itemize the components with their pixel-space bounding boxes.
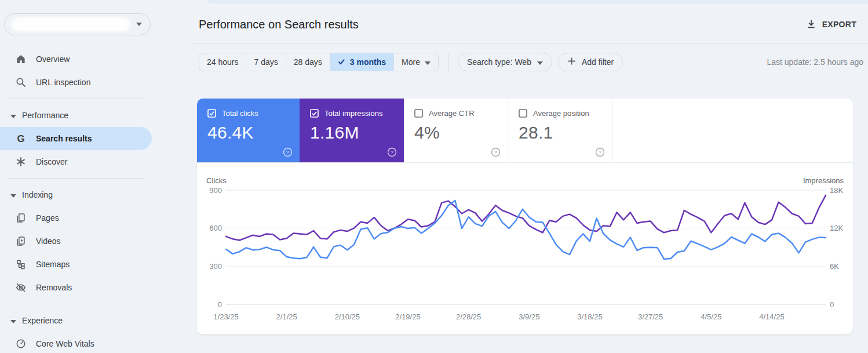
sidebar-item-videos[interactable]: Videos bbox=[0, 230, 152, 253]
chevron-down-icon bbox=[136, 23, 142, 26]
metric-label: Average CTR bbox=[429, 109, 475, 118]
sidebar: OverviewURL inspectionPerformanceGSearch… bbox=[0, 0, 191, 353]
right-axis-tick: 6K bbox=[830, 262, 839, 271]
metric-value: 1.16M bbox=[310, 123, 404, 143]
metric-card-total-clicks[interactable]: Total clicks46.4K? bbox=[197, 99, 300, 162]
help-icon[interactable]: ? bbox=[283, 147, 293, 157]
sidebar-section-experience[interactable]: Experience bbox=[0, 309, 191, 332]
metrics-row-filler bbox=[612, 99, 853, 162]
x-axis-tick: 4/5/25 bbox=[701, 312, 721, 321]
sidebar-item-discover[interactable]: Discover bbox=[0, 150, 152, 173]
metrics-row: Total clicks46.4K?Total impressions1.16M… bbox=[197, 99, 853, 163]
sidebar-item-overview[interactable]: Overview bbox=[0, 48, 152, 71]
metric-value: 46.4K bbox=[207, 123, 300, 143]
date-range-28-days[interactable]: 28 days bbox=[286, 53, 330, 71]
metric-label: Average position bbox=[533, 109, 589, 118]
svg-text:?: ? bbox=[391, 149, 393, 155]
right-axis-tick: 0 bbox=[830, 300, 834, 309]
date-range-more[interactable]: More bbox=[393, 53, 438, 71]
performance-chart: ClicksImpressions003006K60012K90018K1/23… bbox=[197, 163, 853, 334]
checkbox-unchecked-icon[interactable] bbox=[519, 109, 527, 118]
sidebar-item-url-inspection[interactable]: URL inspection bbox=[0, 71, 152, 94]
triangle-down-icon bbox=[10, 111, 16, 120]
metric-value: 28.1 bbox=[519, 123, 612, 143]
export-button[interactable]: EXPORT bbox=[806, 19, 856, 31]
sidebar-section-indexing[interactable]: Indexing bbox=[0, 183, 191, 206]
x-axis-tick: 2/1/25 bbox=[276, 312, 297, 321]
sidebar-section-label: Indexing bbox=[22, 190, 53, 199]
x-axis-tick: 2/19/25 bbox=[395, 312, 420, 321]
metric-label: Total impressions bbox=[324, 109, 382, 118]
metric-value: 4% bbox=[414, 123, 508, 143]
sidebar-section-label: Performance bbox=[22, 111, 68, 120]
property-selector[interactable] bbox=[4, 13, 151, 35]
metric-card-average-ctr[interactable]: Average CTR4%? bbox=[404, 99, 508, 162]
filter-group-divider bbox=[448, 53, 448, 71]
sidebar-divider bbox=[8, 178, 145, 179]
x-axis-tick: 2/28/25 bbox=[456, 312, 481, 321]
last-update: Last update: 2.5 hours ago bbox=[767, 57, 863, 67]
svg-text:G: G bbox=[17, 133, 24, 144]
checkbox-unchecked-icon[interactable] bbox=[414, 109, 423, 118]
main-content: Performance on Search results EXPORT 24 … bbox=[191, 0, 868, 353]
help-icon[interactable]: ? bbox=[387, 147, 397, 157]
asterisk-icon bbox=[15, 156, 27, 168]
page-title: Performance on Search results bbox=[199, 18, 359, 31]
search-type-label: Search type: Web bbox=[467, 57, 531, 67]
left-axis-tick: 600 bbox=[209, 224, 222, 232]
x-axis-tick: 2/10/25 bbox=[335, 312, 360, 321]
date-range-control: 24 hours7 days28 days3 monthsMore bbox=[199, 53, 439, 71]
video-icon bbox=[15, 235, 27, 247]
metric-card-average-position[interactable]: Average position28.1? bbox=[508, 99, 612, 162]
performance-card: Total clicks46.4K?Total impressions1.16M… bbox=[197, 99, 853, 334]
sidebar-item-label: Search results bbox=[36, 134, 92, 143]
chart-canvas: ClicksImpressions003006K60012K90018K1/23… bbox=[197, 163, 853, 334]
sidebar-section-label: Experience bbox=[22, 316, 63, 325]
property-name-redacted bbox=[12, 17, 130, 31]
sidebar-nav: OverviewURL inspectionPerformanceGSearch… bbox=[0, 48, 191, 353]
sitemap-icon bbox=[15, 259, 27, 270]
x-axis-tick: 3/9/25 bbox=[519, 312, 539, 321]
triangle-down-icon bbox=[10, 316, 16, 325]
scrolled-content-strip bbox=[207, 0, 868, 3]
sidebar-item-core-web-vitals[interactable]: Core Web Vitals bbox=[0, 332, 152, 353]
series-line-total-impressions bbox=[226, 195, 826, 241]
checkbox-checked-icon[interactable] bbox=[310, 109, 319, 118]
right-axis-tick: 12K bbox=[830, 224, 843, 232]
sidebar-item-label: Videos bbox=[36, 236, 61, 246]
date-range-3-months[interactable]: 3 months bbox=[330, 53, 393, 71]
filter-bar: 24 hours7 days28 days3 monthsMore Search… bbox=[199, 53, 863, 71]
eye-off-icon bbox=[15, 282, 27, 293]
sidebar-item-removals[interactable]: Removals bbox=[0, 276, 152, 299]
left-axis-title: Clicks bbox=[206, 176, 227, 185]
help-icon[interactable]: ? bbox=[595, 147, 605, 157]
search-icon bbox=[15, 77, 27, 88]
pages-icon bbox=[15, 212, 27, 224]
right-axis-title: Impressions bbox=[803, 176, 844, 185]
sidebar-item-search-results[interactable]: GSearch results bbox=[0, 127, 152, 150]
sidebar-section-performance[interactable]: Performance bbox=[0, 104, 191, 127]
search-type-filter[interactable]: Search type: Web bbox=[458, 53, 552, 71]
x-axis-tick: 4/14/25 bbox=[759, 312, 784, 321]
date-range-24-hours[interactable]: 24 hours bbox=[199, 53, 246, 71]
x-axis-tick: 3/18/25 bbox=[577, 312, 602, 321]
g-logo-icon: G bbox=[15, 133, 27, 144]
svg-text:?: ? bbox=[494, 149, 497, 155]
add-filter-button[interactable]: Add filter bbox=[558, 53, 623, 71]
sidebar-item-label: URL inspection bbox=[36, 78, 90, 87]
sidebar-item-label: Core Web Vitals bbox=[36, 339, 94, 348]
left-axis-tick: 900 bbox=[209, 186, 222, 195]
sidebar-item-label: Sitemaps bbox=[36, 260, 70, 269]
export-label: EXPORT bbox=[822, 20, 856, 29]
sidebar-item-sitemaps[interactable]: Sitemaps bbox=[0, 253, 152, 276]
x-axis-tick: 1/23/25 bbox=[213, 312, 238, 321]
metric-label: Total clicks bbox=[222, 109, 258, 118]
chevron-down-icon bbox=[537, 57, 543, 67]
help-icon[interactable]: ? bbox=[491, 147, 501, 157]
metric-card-total-impressions[interactable]: Total impressions1.16M? bbox=[300, 99, 404, 162]
sidebar-item-pages[interactable]: Pages bbox=[0, 206, 152, 230]
plus-icon bbox=[567, 57, 576, 67]
sidebar-item-label: Overview bbox=[36, 54, 70, 64]
date-range-7-days[interactable]: 7 days bbox=[246, 53, 285, 71]
checkbox-checked-icon[interactable] bbox=[207, 109, 216, 118]
